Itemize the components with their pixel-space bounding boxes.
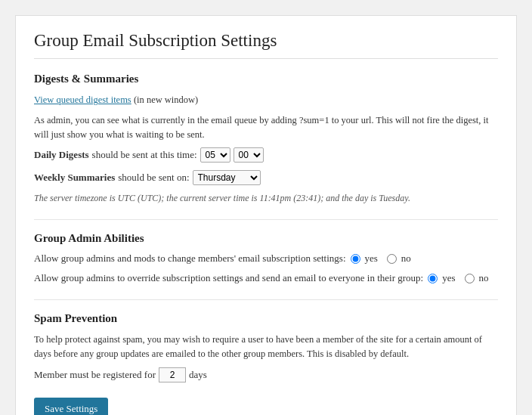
admin-row2-yes-radio[interactable] (428, 274, 438, 283)
view-queued-link[interactable]: View queued digest items (34, 94, 131, 105)
admin-row2-text: Allow group admins to override subscript… (34, 272, 423, 284)
daily-hour-select[interactable]: 05 (200, 147, 230, 163)
admin-row2-no-label: no (479, 272, 489, 284)
digests-link-line: View queued digest items (in new window) (34, 93, 498, 107)
timezone-note: The server timezone is UTC (UTC); the cu… (34, 193, 498, 204)
admin-row1-text: Allow group admins and mods to change me… (34, 252, 346, 265)
admin-row-1: Allow group admins and mods to change me… (34, 252, 498, 265)
digests-section: Digests & Summaries View queued digest i… (34, 73, 498, 204)
page-title: Group Email Subscription Settings (34, 31, 498, 59)
weekly-label: Weekly Summaries (34, 172, 115, 184)
footer-section: Save Settings (34, 398, 498, 415)
member-registered-row: Member must be registered for days (34, 367, 498, 382)
admin-row2-no-radio[interactable] (465, 274, 475, 283)
member-days-input[interactable] (159, 367, 186, 382)
days-unit: days (189, 369, 207, 381)
daily-minute-group: 00 (234, 147, 264, 163)
page-container: Group Email Subscription Settings Digest… (15, 15, 517, 415)
weekly-mid-text: should be sent on: (118, 172, 189, 184)
weekly-day-select[interactable]: Sunday Monday Tuesday Wednesday Thursday… (193, 170, 261, 185)
divider-1 (34, 219, 498, 220)
admin-row1-yes-label: yes (365, 252, 378, 265)
divider-2 (34, 299, 498, 300)
admin-row2-yes-label: yes (442, 272, 455, 284)
member-label: Member must be registered for (34, 369, 156, 381)
save-button[interactable]: Save Settings (34, 398, 108, 415)
daily-digests-row: Daily Digests should be sent at this tim… (34, 147, 498, 163)
digests-heading: Digests & Summaries (34, 73, 498, 85)
admin-row1-yes-radio[interactable] (351, 254, 360, 264)
group-admin-section: Group Admin Abilities Allow group admins… (34, 232, 498, 284)
digests-info: As admin, you can see what is currently … (34, 113, 498, 142)
daily-label: Daily Digests (34, 149, 89, 161)
admin-row1-no-label: no (401, 252, 411, 265)
spam-heading: Spam Prevention (34, 312, 498, 325)
spam-info: To help protect against spam, you may wi… (34, 333, 498, 361)
admin-row1-no-radio[interactable] (387, 254, 397, 264)
daily-minute-select[interactable]: 00 (234, 147, 264, 163)
group-admin-heading: Group Admin Abilities (34, 232, 498, 245)
weekly-summaries-row: Weekly Summaries should be sent on: Sund… (34, 170, 498, 185)
spam-section: Spam Prevention To help protect against … (34, 312, 498, 382)
daily-mid-text: should be sent at this time: (92, 149, 197, 161)
daily-hour-group: 05 (200, 147, 230, 163)
link-note: (in new window) (131, 94, 199, 105)
admin-row-2: Allow group admins to override subscript… (34, 272, 498, 284)
